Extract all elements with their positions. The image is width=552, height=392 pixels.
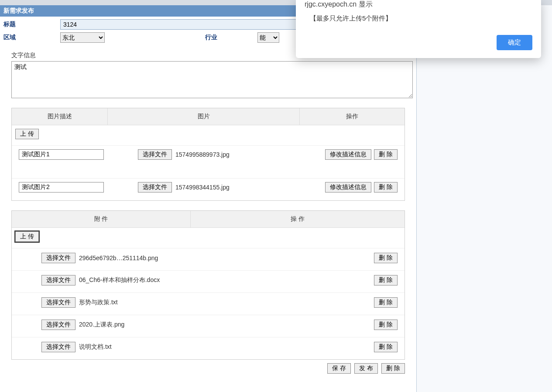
choose-file-button[interactable]: 选择文件 <box>41 253 75 263</box>
image-filename: 1574998344155.jpg <box>175 184 230 191</box>
save-button[interactable]: 保 存 <box>327 363 351 374</box>
delete-attachment-button[interactable]: 删 除 <box>374 342 398 352</box>
main-area: 新需求发布 标题 区域 东北 行业 能 文字信息 测试 图片描述 <box>0 5 552 392</box>
attachment-row: 选择文件 06_Ch6-样本和抽样分布.docx 删 除 <box>12 270 405 290</box>
delete-attachment-button[interactable]: 删 除 <box>374 275 398 285</box>
title-label: 标题 <box>3 21 60 28</box>
attachment-row: 选择文件 说明文档.txt 删 除 <box>12 337 405 357</box>
col-header-desc: 图片描述 <box>12 108 108 125</box>
attachments-table-head: 附 件 操 作 <box>12 211 405 228</box>
region-select[interactable]: 东北 <box>60 32 105 43</box>
delete-attachment-button[interactable]: 删 除 <box>374 253 398 263</box>
choose-file-button[interactable]: 选择文件 <box>138 182 172 193</box>
choose-file-button[interactable]: 选择文件 <box>138 149 172 160</box>
col-header-act: 操作 <box>300 108 405 125</box>
choose-file-button[interactable]: 选择文件 <box>41 320 75 330</box>
image-row: 选择文件 1574995889973.jpg 修改描述信息 删 除 <box>12 145 405 163</box>
attachments-upload-button[interactable]: 上 传 <box>15 231 39 242</box>
images-table: 图片描述 图片 操作 上 传 选择文件 1574995889973.jpg 修改… <box>11 108 405 201</box>
attachment-row: 选择文件 形势与政策.txt 删 除 <box>12 292 405 312</box>
delete-attachment-button[interactable]: 删 除 <box>374 320 398 330</box>
delete-image-button[interactable]: 删 除 <box>374 182 398 193</box>
attachment-filename: 06_Ch6-样本和抽样分布.docx <box>79 276 160 284</box>
region-label: 区域 <box>3 34 60 41</box>
images-table-head: 图片描述 图片 操作 <box>12 108 405 125</box>
alert-actions: 确定 <box>305 35 532 50</box>
industry-label: 行业 <box>205 34 257 41</box>
attachment-filename: 形势与政策.txt <box>79 299 118 306</box>
attachment-row: 选择文件 296d5e6792b…251114b.png 删 除 <box>12 248 405 268</box>
delete-button[interactable]: 删 除 <box>381 363 405 374</box>
side-column <box>417 5 552 392</box>
alert-message: 【最多只允许上传5个附件】 <box>305 14 532 35</box>
delete-image-button[interactable]: 删 除 <box>374 149 398 160</box>
industry-select[interactable]: 能 <box>257 32 279 43</box>
images-upload-row: 上 传 <box>12 125 405 143</box>
image-filename: 1574995889973.jpg <box>175 151 230 158</box>
col-header-attachment: 附 件 <box>12 211 191 227</box>
attachment-filename: 296d5e6792b…251114b.png <box>79 254 158 261</box>
textinfo-textarea[interactable]: 测试 <box>11 61 413 98</box>
alert-ok-button[interactable]: 确定 <box>497 35 532 50</box>
choose-file-button[interactable]: 选择文件 <box>41 297 75 308</box>
content-column: 新需求发布 标题 区域 东北 行业 能 文字信息 测试 图片描述 <box>0 5 417 392</box>
publish-button[interactable]: 发 布 <box>354 363 378 374</box>
alert-title: rjgc.cxyepoch.cn 显示 <box>305 0 532 14</box>
images-upload-button[interactable]: 上 传 <box>15 129 39 139</box>
attachment-filename: 2020.上课表.png <box>79 321 124 329</box>
col-header-att-act: 操 作 <box>191 211 405 227</box>
image-desc-input[interactable] <box>19 182 104 193</box>
choose-file-button[interactable]: 选择文件 <box>41 275 75 285</box>
choose-file-button[interactable]: 选择文件 <box>41 342 75 352</box>
attachments-upload-row: 上 传 <box>12 228 405 245</box>
attachment-row: 选择文件 2020.上课表.png 删 除 <box>12 315 405 334</box>
col-header-img: 图片 <box>108 108 300 125</box>
footer-actions: 保 存 发 布 删 除 <box>0 363 405 374</box>
alert-dialog: rjgc.cxyepoch.cn 显示 【最多只允许上传5个附件】 确定 <box>296 0 541 58</box>
delete-attachment-button[interactable]: 删 除 <box>374 297 398 308</box>
image-desc-input[interactable] <box>19 149 104 160</box>
attachment-filename: 说明文档.txt <box>79 343 112 351</box>
edit-desc-button[interactable]: 修改描述信息 <box>325 182 371 193</box>
attachments-table: 附 件 操 作 上 传 选择文件 296d5e6792b…251114b.png… <box>11 210 405 360</box>
edit-desc-button[interactable]: 修改描述信息 <box>325 149 371 160</box>
image-row: 选择文件 1574998344155.jpg 修改描述信息 删 除 <box>12 178 405 196</box>
